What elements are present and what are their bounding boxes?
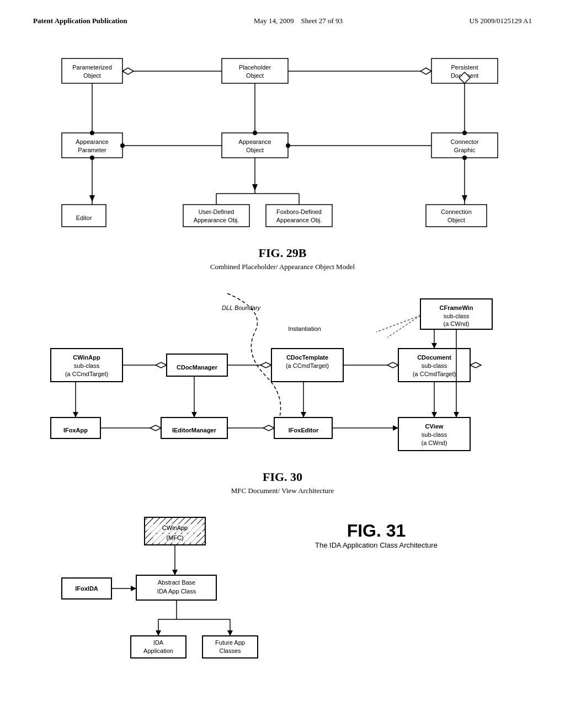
svg-marker-94 (431, 343, 437, 349)
svg-text:CWinApp: CWinApp (162, 524, 188, 531)
svg-marker-142 (227, 630, 233, 636)
svg-text:Placeholder: Placeholder (239, 64, 271, 71)
svg-text:Appearance Obj.: Appearance Obj. (276, 217, 322, 223)
fig29b-diagram: Parameterized Object Placeholder Object … (34, 42, 531, 246)
svg-text:Object: Object (83, 72, 101, 79)
svg-marker-91 (387, 362, 398, 368)
svg-text:Editor: Editor (76, 215, 92, 221)
svg-text:IFoxIDA: IFoxIDA (75, 585, 98, 592)
svg-text:Appearance: Appearance (238, 138, 271, 145)
svg-text:sub-class: sub-class (422, 431, 447, 438)
svg-text:(a CWnd): (a CWnd) (443, 320, 469, 327)
svg-line-62 (387, 315, 420, 338)
svg-text:Object: Object (447, 217, 465, 223)
svg-text:Parameter: Parameter (78, 147, 106, 153)
header-right: US 2009/0125129 A1 (470, 17, 532, 25)
svg-text:CWinApp: CWinApp (73, 354, 100, 361)
svg-text:The IDA Application Class Arch: The IDA Application Class Architecture (315, 541, 438, 549)
svg-marker-108 (301, 412, 306, 417)
svg-text:sub-class: sub-class (74, 362, 100, 369)
svg-text:(MFC): (MFC) (166, 534, 183, 541)
svg-text:IDA App Class: IDA App Class (157, 588, 196, 595)
fig29b-subtitle: Combined Placeholder/ Appearance Object … (33, 263, 532, 271)
svg-text:CView: CView (425, 423, 444, 430)
svg-marker-52 (252, 184, 258, 191)
svg-marker-32 (420, 68, 431, 74)
svg-text:FIG. 31: FIG. 31 (347, 521, 406, 540)
fig29b-title: FIG. 29B (33, 246, 532, 260)
svg-text:(a CCmdTarget): (a CCmdTarget) (413, 371, 456, 377)
svg-point-38 (462, 131, 467, 135)
page: Patent Application Publication May 14, 2… (0, 0, 565, 728)
fig30-diagram: DLL Boundary CFrameWin sub-class (a CWnd… (34, 288, 531, 470)
fig31-diagram: FIG. 31 The IDA Application Class Archit… (34, 512, 531, 666)
svg-text:Connection: Connection (441, 208, 472, 215)
svg-text:Appearance Obj.: Appearance Obj. (194, 217, 239, 223)
svg-text:Foxboro-Defined: Foxboro-Defined (276, 208, 322, 215)
svg-rect-15 (431, 133, 498, 158)
svg-text:CDocManager: CDocManager (177, 364, 218, 371)
patent-header: Patent Application Publication May 14, 2… (33, 17, 532, 25)
svg-text:Classes: Classes (219, 647, 241, 654)
svg-marker-30 (122, 68, 134, 74)
svg-marker-54 (89, 195, 95, 202)
header-center: May 14, 2009 Sheet 27 of 93 (254, 17, 343, 25)
svg-text:IFoxEditor: IFoxEditor (289, 427, 319, 433)
svg-marker-89 (260, 362, 271, 368)
svg-text:Object: Object (246, 147, 264, 153)
svg-marker-110 (431, 412, 437, 417)
fig30-title: FIG. 30 (33, 470, 532, 484)
svg-text:Persistent: Persistent (451, 64, 478, 71)
svg-text:Instantiation: Instantiation (288, 325, 321, 332)
svg-point-41 (120, 143, 125, 148)
svg-text:(a CWnd): (a CWnd) (421, 440, 447, 446)
fig30-section: DLL Boundary CFrameWin sub-class (a CWnd… (33, 288, 532, 495)
svg-marker-98 (150, 425, 161, 431)
fig29b-section: Parameterized Object Placeholder Object … (33, 42, 532, 271)
fig31-section: FIG. 31 The IDA Application Class Archit… (33, 512, 532, 666)
svg-rect-3 (222, 58, 288, 83)
svg-point-45 (90, 156, 94, 160)
svg-text:CDocument: CDocument (417, 354, 451, 361)
svg-marker-102 (393, 425, 398, 431)
svg-text:Parameterized: Parameterized (72, 64, 112, 71)
svg-text:(a CCmdTarget): (a CCmdTarget) (65, 371, 108, 377)
svg-rect-12 (222, 133, 288, 158)
svg-text:Appearance: Appearance (76, 138, 108, 145)
svg-text:IDA: IDA (153, 639, 164, 646)
svg-marker-100 (263, 425, 274, 431)
svg-marker-134 (172, 570, 178, 575)
svg-marker-96 (454, 412, 459, 417)
svg-marker-141 (156, 630, 161, 636)
svg-marker-92 (470, 362, 481, 368)
svg-text:Graphic: Graphic (454, 147, 476, 153)
svg-text:IFoxApp: IFoxApp (63, 427, 88, 433)
svg-line-61 (376, 315, 420, 332)
svg-text:User-Defined: User-Defined (199, 208, 234, 215)
svg-text:(a CCmdTarget): (a CCmdTarget) (286, 362, 329, 369)
svg-rect-0 (62, 58, 122, 83)
svg-point-43 (286, 143, 290, 148)
svg-text:CFrameWin: CFrameWin (439, 304, 473, 311)
svg-text:Application: Application (143, 647, 173, 654)
svg-marker-106 (191, 412, 197, 417)
svg-text:Object: Object (246, 72, 264, 79)
svg-marker-104 (73, 412, 78, 417)
svg-text:CDocTemplate: CDocTemplate (286, 354, 328, 361)
svg-point-51 (462, 156, 467, 160)
svg-text:Future App: Future App (215, 639, 245, 646)
svg-point-36 (253, 131, 257, 135)
svg-text:sub-class: sub-class (422, 362, 447, 369)
svg-marker-87 (156, 362, 167, 368)
svg-marker-136 (131, 586, 136, 591)
header-left: Patent Application Publication (33, 17, 127, 25)
svg-text:DLL Boundary: DLL Boundary (222, 304, 262, 311)
svg-text:sub-class: sub-class (444, 313, 470, 319)
svg-text:Connector: Connector (451, 138, 479, 145)
svg-point-34 (90, 131, 94, 135)
svg-text:IEditorManager: IEditorManager (172, 427, 217, 433)
svg-rect-9 (62, 133, 122, 158)
svg-text:Abstract Base: Abstract Base (158, 579, 195, 586)
svg-marker-53 (462, 195, 467, 202)
fig30-subtitle: MFC Document/ View Architecture (33, 486, 532, 495)
